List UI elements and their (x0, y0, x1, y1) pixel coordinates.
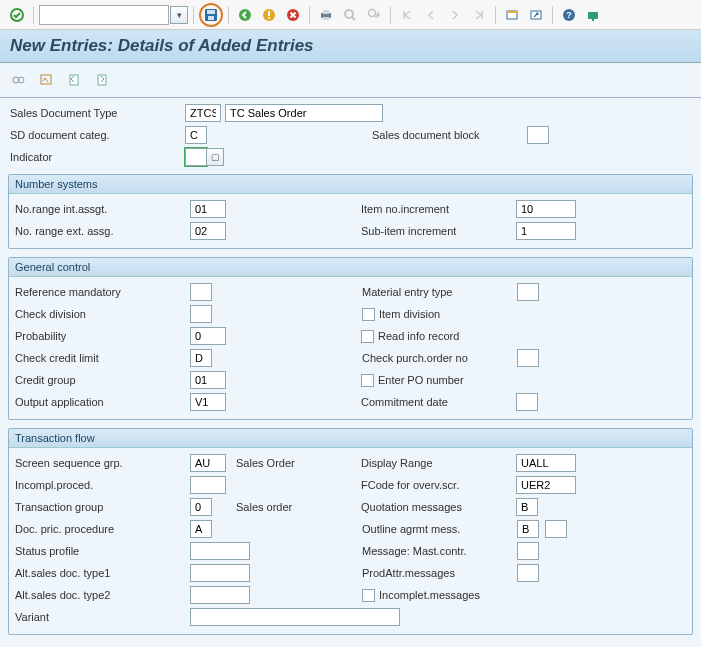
svg-rect-3 (208, 16, 214, 20)
separator (33, 6, 34, 24)
sd-doc-categ-label: SD document categ. (10, 129, 185, 141)
prob-field[interactable] (190, 327, 226, 345)
quot-msg-field[interactable] (516, 498, 538, 516)
outline-msg-extra-field[interactable] (545, 520, 567, 538)
check-po-field[interactable] (517, 349, 539, 367)
credit-group-field[interactable] (190, 371, 226, 389)
change-display-icon[interactable] (8, 69, 30, 91)
svg-point-11 (345, 10, 353, 18)
svg-rect-2 (207, 10, 215, 14)
separator (552, 6, 553, 24)
msg-mast-field[interactable] (517, 542, 539, 560)
svg-rect-14 (507, 11, 517, 13)
sales-doc-type-desc[interactable] (225, 104, 383, 122)
item-inc-field[interactable] (516, 200, 576, 218)
exit-icon[interactable] (258, 4, 280, 26)
indicator-label: Indicator (10, 151, 185, 163)
incomplet-msg-label: Incomplet.messages (379, 589, 480, 601)
command-field[interactable] (39, 5, 169, 25)
display-range-field[interactable] (516, 454, 576, 472)
find-next-icon[interactable] (363, 4, 385, 26)
group-general-control: General control Reference mandatory Mate… (8, 257, 693, 420)
incomplet-msg-checkbox[interactable] (362, 589, 375, 602)
svg-rect-18 (588, 12, 598, 19)
prodattr-field[interactable] (517, 564, 539, 582)
alt-type1-label: Alt.sales doc. type1 (15, 567, 190, 579)
subitem-inc-field[interactable] (516, 222, 576, 240)
svg-rect-19 (592, 19, 594, 21)
prev-page-icon[interactable] (420, 4, 442, 26)
fcode-field[interactable] (516, 476, 576, 494)
group-transaction-flow: Transaction flow Screen sequence grp. Sa… (8, 428, 693, 635)
mat-entry-field[interactable] (517, 283, 539, 301)
alt-type2-field[interactable] (190, 586, 250, 604)
check-div-field[interactable] (190, 305, 212, 323)
separator (495, 6, 496, 24)
no-range-ext-field[interactable] (190, 222, 226, 240)
customize-local-layout-icon[interactable] (582, 4, 604, 26)
check-credit-field[interactable] (190, 349, 212, 367)
sd-doc-categ-field[interactable] (185, 126, 207, 144)
alt-type1-field[interactable] (190, 564, 250, 582)
item-division-label: Item division (379, 308, 440, 320)
separator (193, 6, 194, 24)
print-icon[interactable] (315, 4, 337, 26)
status-prof-field[interactable] (190, 542, 250, 560)
new-session-icon[interactable] (501, 4, 523, 26)
trans-group-field[interactable] (190, 498, 212, 516)
output-app-field[interactable] (190, 393, 226, 411)
outline-msg-field[interactable] (517, 520, 539, 538)
find-icon[interactable] (339, 4, 361, 26)
commit-date-field[interactable] (516, 393, 538, 411)
sales-doc-type-code[interactable] (185, 104, 221, 122)
commit-date-label: Commitment date (361, 396, 516, 408)
no-range-ext-label: No. range ext. assg. (15, 225, 190, 237)
create-shortcut-icon[interactable] (525, 4, 547, 26)
outline-msg-label: Outline agrmt mess. (362, 523, 517, 535)
status-prof-label: Status profile (15, 545, 190, 557)
next-page-icon[interactable] (444, 4, 466, 26)
first-page-icon[interactable] (396, 4, 418, 26)
doc-pric-label: Doc. pric. procedure (15, 523, 190, 535)
save-button[interactable] (201, 4, 221, 26)
screen-seq-field[interactable] (190, 454, 226, 472)
check-po-label: Check purch.order no (362, 352, 517, 364)
prev-entry-icon[interactable] (64, 69, 86, 91)
item-inc-label: Item no.increment (361, 203, 516, 215)
next-entry-icon[interactable] (92, 69, 114, 91)
back-icon[interactable] (234, 4, 256, 26)
read-info-checkbox[interactable] (361, 330, 374, 343)
command-dropdown[interactable]: ▾ (170, 6, 188, 24)
ref-mand-field[interactable] (190, 283, 212, 301)
doc-pric-field[interactable] (190, 520, 212, 538)
svg-point-4 (239, 9, 251, 21)
group-number-systems: Number systems No.range int.assgt. Item … (8, 174, 693, 249)
check-credit-label: Check credit limit (15, 352, 190, 364)
sales-doc-type-label: Sales Document Type (10, 107, 185, 119)
check-div-label: Check division (15, 308, 190, 320)
variant-field[interactable] (190, 608, 400, 626)
enter-po-label: Enter PO number (378, 374, 464, 386)
incompl-proc-label: Incompl.proced. (15, 479, 190, 491)
no-range-int-field[interactable] (190, 200, 226, 218)
screen-seq-label: Screen sequence grp. (15, 457, 190, 469)
cancel-icon[interactable] (282, 4, 304, 26)
enter-icon[interactable] (6, 4, 28, 26)
variant-label: Variant (15, 611, 190, 623)
trans-group-label: Transaction group (15, 501, 190, 513)
separator (228, 6, 229, 24)
sales-doc-block-field[interactable] (527, 126, 549, 144)
help-icon[interactable]: ? (558, 4, 580, 26)
last-page-icon[interactable] (468, 4, 490, 26)
page-title: New Entries: Details of Added Entries (0, 30, 701, 63)
system-toolbar: ▾ ? (0, 0, 701, 30)
prob-label: Probability (15, 330, 190, 342)
item-division-checkbox[interactable] (362, 308, 375, 321)
svg-point-6 (268, 17, 270, 19)
indicator-field[interactable] (185, 148, 207, 166)
incompl-proc-field[interactable] (190, 476, 226, 494)
screen-seq-desc: Sales Order (236, 457, 361, 469)
enter-po-checkbox[interactable] (361, 374, 374, 387)
indicator-f4-button[interactable]: ▢ (206, 148, 224, 166)
select-entry-icon[interactable] (36, 69, 58, 91)
